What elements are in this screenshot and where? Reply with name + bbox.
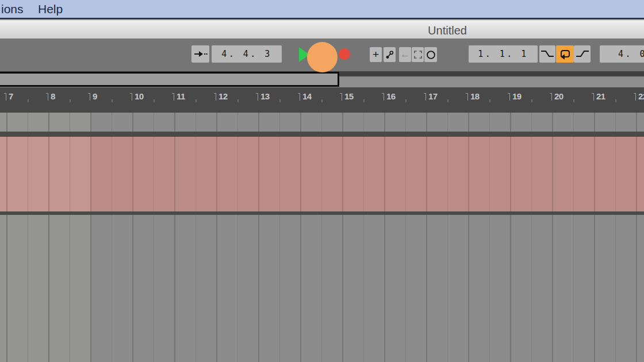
click-indicator-circle — [307, 42, 338, 72]
punch-in-icon — [540, 48, 554, 60]
half-bar-tick — [531, 99, 532, 102]
half-bar-gridline — [615, 137, 616, 211]
bar-gridline — [384, 137, 385, 211]
half-bar-gridline — [279, 215, 280, 362]
bar-gridline — [552, 113, 553, 132]
bar-gridline — [384, 113, 385, 132]
title-bar[interactable]: Untitled — [0, 20, 644, 38]
half-bar-gridline — [489, 137, 490, 211]
bar-gridline — [90, 215, 91, 362]
bar-number-label: 16 — [386, 91, 396, 101]
half-bar-gridline — [70, 113, 70, 132]
bar-gridline — [258, 113, 259, 132]
bar-gridline — [426, 113, 427, 132]
lane-segment-after-end — [90, 137, 644, 211]
bar-tick — [466, 93, 468, 101]
bar-number-label: 10 — [135, 91, 144, 101]
half-bar-tick — [279, 99, 281, 102]
bar-tick — [256, 93, 258, 101]
loop-start-display[interactable]: 1. 1. 1 — [469, 45, 538, 63]
bar-gridline — [342, 113, 343, 132]
half-bar-gridline — [321, 137, 322, 211]
bar-number-label: 13 — [260, 91, 270, 101]
bar-gridline — [300, 137, 301, 211]
bar-gridline — [426, 137, 427, 211]
bar-gridline — [6, 137, 7, 211]
half-bar-gridline — [195, 113, 196, 132]
window-title: Untitled — [428, 24, 467, 37]
half-bar-gridline — [154, 113, 154, 132]
loop-length-display[interactable]: 4. 0 — [600, 45, 644, 63]
punch-in-button[interactable] — [539, 45, 555, 63]
bar-number-label: 20 — [554, 91, 564, 101]
lane-segment-before-end — [0, 215, 90, 362]
bar-gridline — [258, 215, 259, 362]
track-lane-armed-clip[interactable] — [0, 137, 644, 211]
loop-button[interactable] — [556, 45, 574, 63]
half-bar-gridline — [279, 137, 280, 211]
half-bar-tick — [237, 99, 239, 102]
punch-out-button[interactable] — [574, 45, 591, 63]
bar-tick — [46, 93, 48, 101]
half-bar-gridline — [237, 215, 238, 362]
half-bar-gridline — [28, 137, 28, 211]
arrangement-position-display[interactable]: 4. 4. 3 — [212, 45, 282, 63]
track-lane-bottom[interactable] — [0, 215, 644, 362]
half-bar-gridline — [279, 113, 280, 132]
lane-segment-after-end — [90, 113, 644, 132]
bar-gridline — [174, 113, 175, 132]
bar-tick — [214, 93, 216, 101]
bar-gridline — [594, 113, 595, 132]
half-bar-gridline — [573, 215, 574, 362]
midi-overdub-button[interactable]: + — [370, 47, 382, 62]
bar-gridline — [6, 113, 7, 132]
bar-gridline — [594, 137, 595, 211]
half-bar-gridline — [154, 215, 154, 362]
re-enable-automation-button[interactable]: ← — [399, 47, 411, 62]
session-record-button[interactable] — [424, 47, 437, 62]
track-lane-top[interactable] — [0, 113, 644, 132]
half-bar-gridline — [70, 215, 70, 362]
menu-item-ions[interactable]: ions — [1, 2, 24, 16]
half-bar-gridline — [489, 113, 490, 132]
bar-gridline — [48, 113, 49, 132]
bar-gridline — [300, 215, 301, 362]
half-bar-tick — [70, 99, 71, 102]
half-bar-gridline — [447, 137, 448, 211]
bar-number-label: 8 — [51, 91, 55, 101]
bar-gridline — [174, 215, 175, 362]
half-bar-gridline — [531, 215, 532, 362]
automation-arm-button[interactable] — [384, 47, 396, 62]
automation-arm-icon — [385, 50, 394, 60]
bar-number-label: 22 — [638, 91, 644, 101]
overview-view-rectangle[interactable] — [0, 72, 339, 87]
bar-tick — [508, 93, 510, 101]
half-bar-gridline — [321, 113, 322, 132]
half-bar-gridline — [405, 137, 406, 211]
bar-gridline — [132, 215, 133, 362]
half-bar-tick — [615, 99, 616, 102]
half-bar-gridline — [363, 215, 364, 362]
loop-icon — [558, 48, 572, 60]
follow-button[interactable] — [191, 45, 209, 63]
bar-number-label: 11 — [177, 91, 185, 101]
beat-time-ruler[interactable]: 78910111213141516171819202122 — [0, 87, 644, 113]
bar-tick — [130, 93, 132, 101]
half-bar-gridline — [489, 215, 490, 362]
half-bar-gridline — [195, 215, 196, 362]
bar-gridline — [216, 215, 217, 362]
capture-midi-button[interactable] — [412, 47, 424, 62]
bar-gridline — [90, 137, 91, 211]
menu-item-help[interactable]: Help — [38, 2, 63, 16]
half-bar-gridline — [195, 137, 196, 211]
half-bar-gridline — [28, 215, 28, 362]
bar-number-label: 14 — [302, 91, 312, 101]
half-bar-gridline — [237, 137, 238, 211]
half-bar-gridline — [321, 215, 322, 362]
bar-tick — [340, 93, 342, 101]
bar-number-label: 12 — [218, 91, 228, 101]
half-bar-tick — [112, 99, 113, 102]
track-divider — [0, 132, 644, 137]
record-button[interactable] — [339, 48, 350, 60]
bar-number-label: 7 — [9, 91, 13, 101]
